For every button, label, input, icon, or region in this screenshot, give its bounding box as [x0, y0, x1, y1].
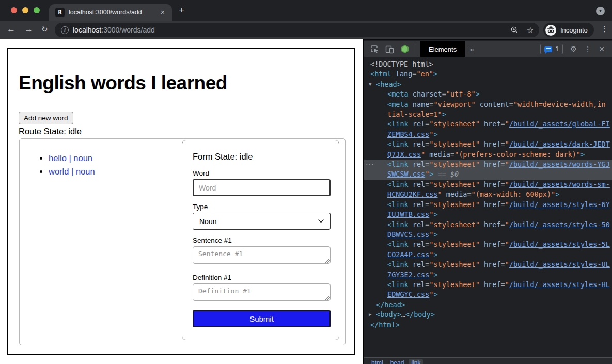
expander-closed-icon[interactable]: ▶ — [369, 310, 371, 320]
device-toolbar-icon[interactable] — [385, 45, 394, 54]
devtools-code-line[interactable]: CO2A4P.css"> — [364, 250, 612, 260]
devtools-code-line[interactable]: Q7JX.css" media="(prefers-color-scheme: … — [364, 150, 612, 160]
tab-elements[interactable]: Elements — [420, 41, 465, 57]
devtools-close-icon[interactable]: ✕ — [599, 45, 605, 53]
code-token-link: SWCSW.css — [387, 170, 425, 178]
node-hexagon-icon[interactable] — [400, 44, 410, 54]
site-info-icon[interactable]: i — [61, 26, 69, 34]
list-item: world | noun — [49, 167, 95, 177]
devtools-code-line[interactable]: </head> — [364, 300, 612, 310]
code-token-tag: <link — [387, 220, 409, 229]
incognito-icon — [545, 25, 556, 36]
browser-menu-icon[interactable]: ⋮ — [601, 24, 608, 34]
code-token-val: "stylesheet" — [429, 280, 480, 289]
type-label: Type — [193, 203, 208, 211]
breadcrumb-link[interactable]: link — [409, 359, 423, 364]
devtools-code-line[interactable]: ···<link rel="stylesheet" href="/build/_… — [364, 160, 612, 169]
macos-close-button[interactable] — [11, 7, 17, 13]
code-token-attr: content — [476, 100, 509, 108]
word-link-world[interactable]: world | noun — [49, 167, 95, 176]
devtools-code-line[interactable]: <link rel="stylesheet" href="/build/_ass… — [364, 119, 612, 129]
code-token-val: " — [505, 120, 509, 128]
devtools-code-line[interactable]: DBWVCS.css"> — [364, 230, 612, 240]
sentence-textarea[interactable] — [193, 246, 331, 264]
devtools-code-line[interactable]: EDWGYC.css"> — [364, 290, 612, 299]
devtools-code-line[interactable]: tial-scale=1"> — [364, 109, 612, 119]
code-token-val: "stylesheet" — [429, 260, 480, 268]
devtools-code-line[interactable]: <link rel="stylesheet" href="/build/_ass… — [364, 180, 612, 189]
code-token-tag: > — [433, 230, 437, 239]
type-select[interactable]: Noun — [193, 213, 331, 230]
devtools-code-line[interactable]: <link rel="stylesheet" href="/build/_ass… — [364, 260, 612, 270]
code-token-val: " — [438, 190, 442, 198]
code-token-link: DBWVCS.css — [387, 230, 429, 239]
devtools-code-line[interactable]: </html> — [364, 320, 612, 330]
code-token-punct: = — [467, 190, 471, 198]
devtools-code-line[interactable]: <meta charset="utf-8"> — [364, 89, 612, 99]
bookmark-star-icon[interactable]: ☆ — [527, 25, 534, 35]
issues-count: 1 — [555, 45, 559, 53]
devtools-code-line[interactable]: <html lang="en"> — [364, 69, 612, 79]
devtools-toolbar: Elements » 1 ⚙ ⋮ ✕ — [364, 41, 612, 57]
breadcrumb-head[interactable]: head — [390, 359, 404, 364]
devtools-code-line[interactable]: <link rel="stylesheet" href="/build/_ass… — [364, 139, 612, 149]
issues-badge[interactable]: 1 — [540, 44, 563, 54]
definition-textarea[interactable] — [193, 283, 331, 301]
reload-button[interactable]: ↻ — [41, 25, 48, 34]
expander-open-icon[interactable]: ▼ — [369, 80, 371, 89]
devtools-breadcrumb-bar: html head link — [364, 357, 612, 364]
inspect-element-icon[interactable] — [370, 45, 379, 54]
code-token-link: /build/_assets/words-sm- — [509, 180, 610, 188]
resize-grip-icon[interactable] — [325, 296, 330, 300]
code-token-tag: > — [433, 70, 437, 78]
word-input[interactable] — [193, 179, 331, 196]
settings-gear-icon[interactable]: ⚙ — [570, 44, 577, 54]
code-token-val: " — [421, 150, 425, 159]
forward-button[interactable]: → — [24, 24, 33, 35]
devtools-menu-icon[interactable]: ⋮ — [584, 45, 591, 53]
devtools-code-line[interactable]: IUJWTB.css"> — [364, 210, 612, 219]
code-token-attr: media — [425, 150, 450, 159]
code-token-punct: = — [500, 200, 505, 209]
devtools-code-line[interactable]: ▼<head> — [364, 80, 612, 89]
code-token-attr: rel — [409, 160, 426, 168]
macos-zoom-button[interactable] — [34, 7, 40, 13]
devtools-code-line[interactable]: <!DOCTYPE html> — [364, 59, 612, 69]
devtools-code-line[interactable]: <link rel="stylesheet" href="/build/_ass… — [364, 280, 612, 290]
tab-search-chevron-icon[interactable]: ▼ — [596, 7, 605, 15]
resize-grip-icon[interactable] — [325, 259, 330, 263]
breadcrumb-html[interactable]: html — [371, 359, 383, 364]
code-token-tag: <link — [387, 140, 409, 148]
zoom-icon[interactable] — [510, 26, 519, 34]
devtools-code-line[interactable]: HCNGU2KF.css" media="(max-width: 600px)"… — [364, 189, 612, 199]
code-token-tag: </head> — [376, 300, 405, 309]
code-token-val: " — [505, 160, 509, 168]
definition-label: Definition #1 — [193, 274, 231, 281]
back-button[interactable]: ← — [7, 24, 15, 35]
address-bar[interactable]: i localhost:3000/words/add ☆ — [55, 23, 539, 37]
more-tabs-icon[interactable]: » — [470, 45, 474, 53]
word-link-hello[interactable]: hello | noun — [49, 153, 92, 163]
devtools-code-line[interactable]: ▶<body>…</body> — [364, 310, 612, 320]
browser-tab[interactable]: R localhost:3000/words/add × — [49, 4, 172, 21]
code-token-attr: href — [480, 140, 501, 148]
add-new-word-button[interactable]: Add new word — [19, 112, 73, 124]
breadcrumb: html head link — [364, 358, 612, 364]
code-token-tag: <link — [387, 120, 409, 128]
devtools-code-line[interactable]: <link rel="stylesheet" href="/build/_ass… — [364, 200, 612, 210]
tab-close-icon[interactable]: × — [159, 8, 167, 17]
submit-button[interactable]: Submit — [193, 310, 331, 327]
incognito-badge: Incognito — [543, 23, 594, 37]
devtools-code-line[interactable]: ZEMBS4.css"> — [364, 130, 612, 139]
devtools-code-line[interactable]: <link rel="stylesheet" href="/build/_ass… — [364, 220, 612, 230]
code-token-plain: <!DOCTYPE html> — [370, 60, 433, 68]
devtools-code-line[interactable]: SWCSW.css"> == $0 — [364, 169, 612, 179]
devtools-code-line[interactable]: <meta name="viewport" content="width=dev… — [364, 100, 612, 109]
macos-minimize-button[interactable] — [22, 7, 28, 13]
code-token-attr: media — [442, 190, 467, 198]
devtools-code-line[interactable]: <link rel="stylesheet" href="/build/_ass… — [364, 240, 612, 249]
devtools-code-line[interactable]: 7GY3E2.css"> — [364, 270, 612, 280]
code-token-tag: > — [433, 130, 437, 138]
new-tab-button[interactable]: + — [179, 5, 184, 16]
elements-tree: <!DOCTYPE html><html lang="en">▼<head><m… — [364, 57, 612, 358]
